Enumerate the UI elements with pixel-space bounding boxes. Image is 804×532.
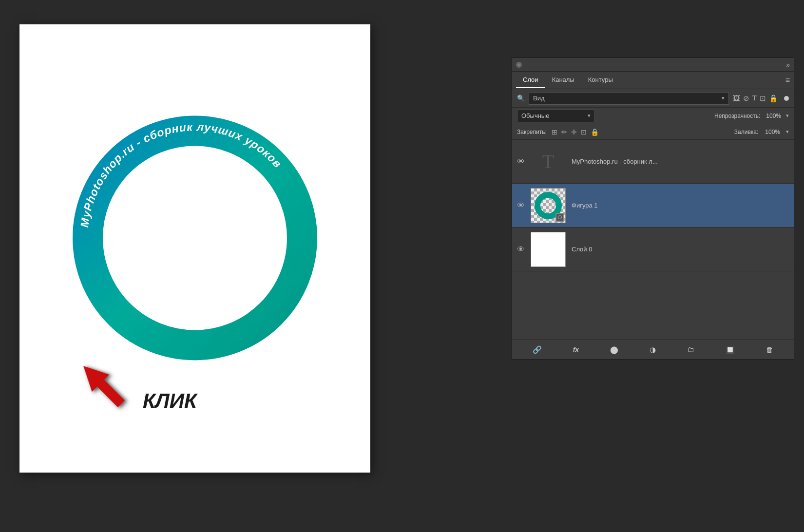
filter-lock-icon[interactable]: 🔒 [769,94,778,103]
panel-close-button[interactable]: × [516,62,522,68]
panel-collapse-button[interactable]: » [786,61,790,69]
lock-paint-icon[interactable]: ✏ [561,128,567,136]
lock-icons: ⊞ ✏ ✛ ⊡ 🔒 [552,128,599,136]
circle-container: MyPhotoshop.ru - сборник лучших уроков [63,106,326,369]
svg-marker-2 [75,357,130,412]
layer-thumbnail [531,188,566,223]
search-icon: 🔍 [517,95,525,102]
layer-name: Слой 0 [572,246,789,253]
new-layer-button[interactable]: 🔲 [724,343,737,356]
filter-active-dot [784,96,789,101]
filter-icons: 🖼 ⊘ T ⊡ 🔒 [733,94,778,103]
filter-select[interactable]: Вид ▾ [529,92,729,105]
new-group-button[interactable]: 🗂 [685,343,696,356]
blend-row: Обычные ▾ Непрозрачность: 100% ▾ [512,108,794,124]
opacity-chevron-icon: ▾ [786,113,789,119]
tab-paths[interactable]: Контуры [581,72,620,88]
lock-all-icon[interactable]: 🔒 [591,128,599,136]
fill-chevron-icon: ▾ [786,129,789,135]
text-layer-icon: T [542,150,554,173]
filter-shape-icon[interactable]: ⊡ [760,94,766,103]
layer-mask-badge [555,213,564,222]
layer-fx-button[interactable]: fx [571,344,581,355]
fill-value[interactable]: 100% [765,129,780,135]
tab-channels[interactable]: Каналы [545,72,581,88]
layer-name: Фигура 1 [572,202,789,209]
layer-background[interactable]: 👁 Слой 0 [512,228,794,271]
add-mask-button[interactable]: ⬤ [608,343,620,356]
delete-layer-button[interactable]: 🗑 [764,343,775,356]
layer-visibility-icon[interactable]: 👁 [517,201,525,210]
canvas-document: MyPhotoshop.ru - сборник лучших уроков К… [19,24,370,473]
blend-mode-select[interactable]: Обычные ▾ [517,110,595,122]
layer-visibility-icon[interactable]: 👁 [517,157,525,166]
layer-shape[interactable]: 👁 Фигура 1 [512,184,794,228]
lock-row: Закрепить: ⊞ ✏ ✛ ⊡ 🔒 Заливка: 100% ▾ [512,124,794,140]
opacity-label: Непрозрачность: [714,113,760,119]
mask-icon [558,215,562,219]
lock-label: Закрепить: [517,129,547,135]
fill-label: Заливка: [734,129,759,135]
layer-thumbnail [531,232,566,267]
layers-list: 👁 T MyPhotoshop.ru - сборник л... 👁 Фигу… [512,140,794,340]
lock-move-icon[interactable]: ✛ [571,128,577,136]
filter-type-icon[interactable]: T [752,94,757,102]
panel-bottom-toolbar: 🔗 fx ⬤ ◑ 🗂 🔲 🗑 [512,340,794,359]
layer-visibility-icon[interactable]: 👁 [517,245,525,254]
tab-layers[interactable]: Слои [516,72,545,88]
panel-titlebar: × » [512,58,794,72]
filter-row: 🔍 Вид ▾ 🖼 ⊘ T ⊡ 🔒 [512,89,794,108]
opacity-value[interactable]: 100% [766,113,781,119]
panel-menu-icon[interactable]: ≡ [785,76,790,85]
red-arrow-icon [71,353,134,417]
lock-artboard-icon[interactable]: ⊡ [581,128,587,136]
layers-panel: × » Слои Каналы Контуры ≡ 🔍 Вид ▾ 🖼 ⊘ T … [512,57,794,360]
filter-adjustment-icon[interactable]: ⊘ [743,94,749,103]
arrow-container: КЛИК [71,353,197,417]
filter-chevron-icon: ▾ [722,95,725,101]
layer-text[interactable]: 👁 T MyPhotoshop.ru - сборник л... [512,140,794,184]
panel-tabs: Слои Каналы Контуры ≡ [512,72,794,89]
layer-name: MyPhotoshop.ru - сборник л... [572,158,789,165]
click-label: КЛИК [143,389,197,413]
blend-chevron-icon: ▾ [588,113,591,119]
lock-pixels-icon[interactable]: ⊞ [552,128,557,136]
link-layers-button[interactable]: 🔗 [531,343,544,356]
layer-thumbnail: T [531,144,566,179]
filter-image-icon[interactable]: 🖼 [733,94,740,102]
add-adjustment-button[interactable]: ◑ [648,343,658,356]
